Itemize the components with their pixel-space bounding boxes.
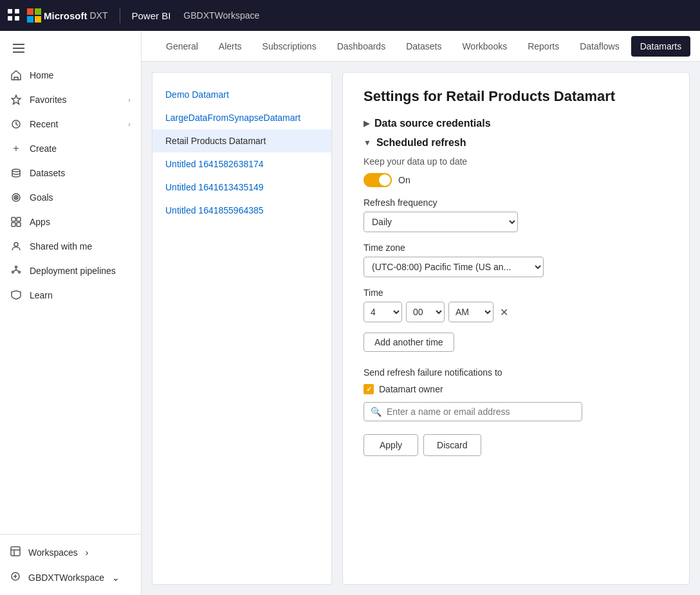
tab-dataflows[interactable]: Dataflows — [571, 36, 628, 57]
chevron-right-icon-recent: › — [128, 120, 131, 128]
svg-rect-1 — [15, 9, 19, 14]
tab-datasets[interactable]: Datasets — [397, 36, 450, 57]
toggle-row: On — [364, 173, 668, 187]
sidebar-item-goals[interactable]: Goals — [0, 185, 141, 210]
goals-icon — [10, 192, 22, 203]
svg-rect-12 — [12, 223, 15, 226]
sidebar-item-favorites[interactable]: Favorites › — [0, 87, 141, 112]
refresh-section: Keep your data up to date On Refresh fre… — [364, 156, 668, 456]
sidebar-item-label-home: Home — [30, 70, 131, 80]
time-ampm-select[interactable]: AM PM — [448, 302, 493, 322]
svg-point-6 — [12, 169, 20, 172]
sidebar-item-workspaces[interactable]: Workspaces › — [0, 540, 141, 565]
svg-point-9 — [15, 197, 17, 198]
brand-name: Microsoft — [44, 10, 88, 21]
svg-rect-10 — [12, 217, 15, 221]
grid-icon[interactable] — [8, 9, 19, 23]
home-icon — [10, 69, 22, 81]
tab-workbooks[interactable]: Workbooks — [453, 36, 516, 57]
datamart-owner-checkbox[interactable]: ✓ — [364, 384, 374, 394]
time-remove-button[interactable]: ✕ — [500, 306, 508, 318]
datamart-item-untitled3[interactable]: Untitled 1641855964385 — [152, 199, 331, 222]
sidebar-item-create[interactable]: + Create — [0, 136, 141, 161]
apply-button[interactable]: Apply — [364, 434, 418, 456]
datamart-item-untitled1[interactable]: Untitled 1641582638174 — [152, 152, 331, 176]
tabs-bar: General Alerts Subscriptions Dashboards … — [142, 31, 700, 62]
email-search-input[interactable] — [387, 407, 575, 417]
data-source-section-header[interactable]: ▶ Data source credentials — [364, 118, 668, 129]
clock-icon — [10, 118, 22, 130]
svg-point-14 — [14, 243, 18, 246]
apps-icon — [10, 216, 22, 228]
time-row: 4 00 AM PM ✕ — [364, 302, 668, 322]
logo: Microsoft DXT — [27, 8, 108, 23]
svg-marker-4 — [12, 95, 21, 104]
chevron-right-icon: › — [128, 96, 131, 104]
refresh-frequency-label: Refresh frequency — [364, 197, 668, 208]
tab-app[interactable]: App — [693, 36, 700, 57]
datamart-item-untitled2[interactable]: Untitled 1641613435149 — [152, 176, 331, 199]
sidebar: Home Favorites › Recent › + Create — [0, 31, 142, 595]
tab-reports[interactable]: Reports — [519, 36, 568, 57]
refresh-toggle[interactable] — [364, 173, 392, 187]
datamart-item-demo[interactable]: Demo Datamart — [152, 83, 331, 106]
svg-rect-13 — [17, 223, 21, 226]
time-label: Time — [364, 288, 668, 298]
datamart-item-large[interactable]: LargeDataFromSynapseDatamart — [152, 106, 331, 129]
svg-rect-3 — [15, 16, 19, 21]
time-minute-select[interactable]: 00 — [406, 302, 445, 322]
sidebar-item-gbdxt[interactable]: GBDXTWorkspace ⌄ — [0, 565, 141, 590]
add-another-time-button[interactable]: Add another time — [364, 333, 454, 352]
sidebar-item-home[interactable]: Home — [0, 63, 141, 87]
svg-rect-18 — [11, 547, 20, 556]
notifications-label: Send refresh failure notifications to — [364, 367, 668, 378]
svg-point-16 — [12, 271, 14, 273]
settings-panel: Settings for Retail Products Datamart ▶ … — [342, 72, 690, 585]
tab-subscriptions[interactable]: Subscriptions — [253, 36, 326, 57]
discard-button[interactable]: Discard — [423, 434, 481, 456]
svg-rect-0 — [8, 9, 12, 14]
time-zone-label: Time zone — [364, 243, 668, 253]
keep-up-to-date-label: Keep your data up to date — [364, 156, 668, 167]
datamart-item-retail[interactable]: Retail Products Datamart — [152, 129, 331, 152]
star-icon — [10, 94, 22, 105]
expand-arrow-datasource: ▶ — [364, 119, 369, 128]
brand-suffix: DXT — [90, 10, 108, 21]
tab-datamarts[interactable]: Datamarts — [631, 36, 691, 57]
time-zone-group: Time zone (UTC-08:00) Pacific Time (US a… — [364, 243, 668, 277]
collapse-arrow-refresh: ▼ — [364, 138, 371, 147]
sidebar-item-label-deployment: Deployment pipelines — [30, 266, 131, 276]
sidebar-item-learn[interactable]: Learn — [0, 283, 141, 307]
tab-alerts[interactable]: Alerts — [210, 36, 251, 57]
sidebar-item-label-goals: Goals — [30, 192, 131, 203]
time-hour-select[interactable]: 4 — [364, 302, 402, 322]
workspace-name: GBDXTWorkspace — [183, 10, 259, 21]
datamart-list: Demo Datamart LargeDataFromSynapseDatama… — [152, 72, 332, 585]
sidebar-item-shared[interactable]: Shared with me — [0, 234, 141, 259]
deployment-icon — [10, 265, 22, 277]
main-area: General Alerts Subscriptions Dashboards … — [142, 31, 700, 595]
data-source-label: Data source credentials — [374, 118, 491, 129]
email-search-row: 🔍 — [364, 402, 582, 421]
topbar-divider — [120, 8, 120, 23]
tab-dashboards[interactable]: Dashboards — [328, 36, 395, 57]
scheduled-refresh-section-header[interactable]: ▼ Scheduled refresh — [364, 137, 668, 149]
sidebar-item-recent[interactable]: Recent › — [0, 112, 141, 136]
sidebar-item-datasets[interactable]: Datasets — [0, 161, 141, 185]
hamburger-menu[interactable] — [0, 36, 141, 63]
sidebar-item-label-apps: Apps — [30, 217, 131, 227]
content-area: Demo Datamart LargeDataFromSynapseDatama… — [142, 62, 700, 595]
sidebar-item-deployment[interactable]: Deployment pipelines — [0, 259, 141, 283]
svg-point-17 — [19, 271, 21, 273]
toggle-state-label: On — [398, 175, 410, 185]
sidebar-item-apps[interactable]: Apps — [0, 210, 141, 234]
refresh-frequency-select[interactable]: Daily Weekly — [364, 212, 518, 232]
checkbox-row: ✓ Datamart owner — [364, 384, 668, 394]
sidebar-item-label-favorites: Favorites — [30, 95, 120, 105]
sidebar-workspace-label: Workspaces — [28, 547, 78, 558]
toggle-knob — [379, 174, 391, 186]
sidebar-gbdxt-label: GBDXTWorkspace — [28, 572, 104, 583]
sidebar-item-label-learn: Learn — [30, 290, 131, 300]
tab-general[interactable]: General — [157, 36, 207, 57]
time-zone-select[interactable]: (UTC-08:00) Pacific Time (US an... — [364, 257, 544, 277]
